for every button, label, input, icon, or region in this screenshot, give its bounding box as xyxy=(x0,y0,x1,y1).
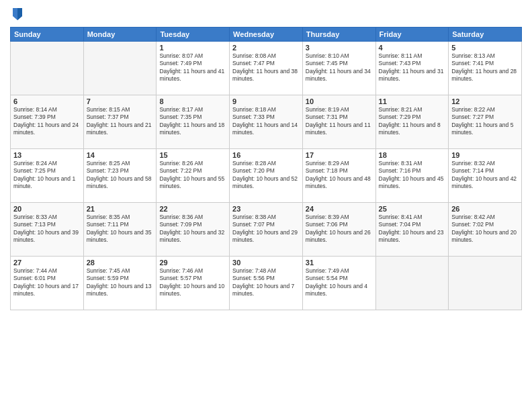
day-info: Sunrise: 8:14 AMSunset: 7:39 PMDaylight:… xyxy=(13,106,81,137)
day-cell: 7Sunrise: 8:15 AMSunset: 7:37 PMDaylight… xyxy=(83,95,157,149)
page: SundayMondayTuesdayWednesdayThursdayFrid… xyxy=(0,0,532,411)
day-number: 14 xyxy=(87,151,154,159)
day-info: Sunrise: 8:36 AMSunset: 7:09 PMDaylight:… xyxy=(159,214,226,244)
day-number: 12 xyxy=(451,97,519,105)
day-info: Sunrise: 8:35 AMSunset: 7:11 PMDaylight:… xyxy=(87,214,154,244)
day-info: Sunrise: 8:19 AMSunset: 7:31 PMDaylight:… xyxy=(306,106,373,137)
day-number: 22 xyxy=(159,205,226,213)
week-row-5: 27Sunrise: 7:44 AMSunset: 6:01 PMDayligh… xyxy=(11,257,522,310)
day-number: 6 xyxy=(13,97,81,105)
day-cell: 10Sunrise: 8:19 AMSunset: 7:31 PMDayligh… xyxy=(302,95,375,149)
day-number: 11 xyxy=(379,97,446,105)
day-info: Sunrise: 8:33 AMSunset: 7:13 PMDaylight:… xyxy=(13,214,81,244)
day-cell: 16Sunrise: 8:28 AMSunset: 7:20 PMDayligh… xyxy=(230,149,303,203)
weekday-header-row: SundayMondayTuesdayWednesdayThursdayFrid… xyxy=(11,28,522,42)
day-info: Sunrise: 7:44 AMSunset: 6:01 PMDaylight:… xyxy=(13,267,81,298)
day-info: Sunrise: 8:18 AMSunset: 7:33 PMDaylight:… xyxy=(232,106,300,137)
day-cell: 31Sunrise: 7:49 AMSunset: 5:54 PMDayligh… xyxy=(302,257,375,310)
day-info: Sunrise: 8:08 AMSunset: 7:47 PMDaylight:… xyxy=(232,52,300,83)
day-info: Sunrise: 8:42 AMSunset: 7:02 PMDaylight:… xyxy=(451,214,519,244)
weekday-header-tuesday: Tuesday xyxy=(157,28,230,42)
day-cell: 15Sunrise: 8:26 AMSunset: 7:22 PMDayligh… xyxy=(157,149,230,203)
day-info: Sunrise: 7:48 AMSunset: 5:56 PMDaylight:… xyxy=(232,267,300,298)
day-info: Sunrise: 8:29 AMSunset: 7:18 PMDaylight:… xyxy=(306,160,373,191)
day-number: 29 xyxy=(159,259,226,267)
day-cell: 12Sunrise: 8:22 AMSunset: 7:27 PMDayligh… xyxy=(449,95,522,149)
day-cell: 5Sunrise: 8:13 AMSunset: 7:41 PMDaylight… xyxy=(449,42,522,95)
day-info: Sunrise: 8:13 AMSunset: 7:41 PMDaylight:… xyxy=(451,52,519,83)
weekday-header-friday: Friday xyxy=(375,28,449,42)
day-cell: 24Sunrise: 8:39 AMSunset: 7:06 PMDayligh… xyxy=(302,203,375,257)
day-cell: 14Sunrise: 8:25 AMSunset: 7:23 PMDayligh… xyxy=(83,149,157,203)
day-cell: 6Sunrise: 8:14 AMSunset: 7:39 PMDaylight… xyxy=(11,95,84,149)
weekday-header-wednesday: Wednesday xyxy=(230,28,303,42)
day-info: Sunrise: 7:45 AMSunset: 5:59 PMDaylight:… xyxy=(87,267,154,298)
day-number: 19 xyxy=(451,151,519,159)
day-cell: 22Sunrise: 8:36 AMSunset: 7:09 PMDayligh… xyxy=(157,203,230,257)
weekday-header-saturday: Saturday xyxy=(449,28,522,42)
day-cell: 25Sunrise: 8:41 AMSunset: 7:04 PMDayligh… xyxy=(375,203,449,257)
logo-text xyxy=(10,7,24,21)
week-row-2: 6Sunrise: 8:14 AMSunset: 7:39 PMDaylight… xyxy=(11,95,522,149)
weekday-header-monday: Monday xyxy=(83,28,157,42)
day-cell: 2Sunrise: 8:08 AMSunset: 7:47 PMDaylight… xyxy=(230,42,303,95)
day-number: 20 xyxy=(13,205,81,213)
header xyxy=(10,7,522,21)
day-cell: 18Sunrise: 8:31 AMSunset: 7:16 PMDayligh… xyxy=(375,149,449,203)
day-cell: 20Sunrise: 8:33 AMSunset: 7:13 PMDayligh… xyxy=(11,203,84,257)
day-cell: 3Sunrise: 8:10 AMSunset: 7:45 PMDaylight… xyxy=(302,42,375,95)
day-number: 23 xyxy=(232,205,300,213)
day-cell: 17Sunrise: 8:29 AMSunset: 7:18 PMDayligh… xyxy=(302,149,375,203)
day-cell: 1Sunrise: 8:07 AMSunset: 7:49 PMDaylight… xyxy=(157,42,230,95)
day-info: Sunrise: 8:28 AMSunset: 7:20 PMDaylight:… xyxy=(232,160,300,191)
day-number: 10 xyxy=(306,97,373,105)
day-info: Sunrise: 8:25 AMSunset: 7:23 PMDaylight:… xyxy=(87,160,154,191)
day-number: 15 xyxy=(159,151,226,159)
day-number: 16 xyxy=(232,151,300,159)
day-cell xyxy=(83,42,157,95)
day-number: 2 xyxy=(232,44,300,52)
week-row-1: 1Sunrise: 8:07 AMSunset: 7:49 PMDaylight… xyxy=(11,42,522,95)
week-row-4: 20Sunrise: 8:33 AMSunset: 7:13 PMDayligh… xyxy=(11,203,522,257)
day-cell: 28Sunrise: 7:45 AMSunset: 5:59 PMDayligh… xyxy=(83,257,157,310)
day-info: Sunrise: 8:22 AMSunset: 7:27 PMDaylight:… xyxy=(451,106,519,137)
day-cell: 26Sunrise: 8:42 AMSunset: 7:02 PMDayligh… xyxy=(449,203,522,257)
svg-marker-1 xyxy=(17,8,22,20)
day-number: 4 xyxy=(379,44,446,52)
day-info: Sunrise: 8:11 AMSunset: 7:43 PMDaylight:… xyxy=(379,52,446,83)
day-cell: 23Sunrise: 8:38 AMSunset: 7:07 PMDayligh… xyxy=(230,203,303,257)
day-cell: 13Sunrise: 8:24 AMSunset: 7:25 PMDayligh… xyxy=(11,149,84,203)
day-number: 9 xyxy=(232,97,300,105)
day-number: 31 xyxy=(306,259,373,267)
day-info: Sunrise: 8:24 AMSunset: 7:25 PMDaylight:… xyxy=(13,160,81,191)
day-cell xyxy=(11,42,84,95)
day-cell: 27Sunrise: 7:44 AMSunset: 6:01 PMDayligh… xyxy=(11,257,84,310)
day-cell: 19Sunrise: 8:32 AMSunset: 7:14 PMDayligh… xyxy=(449,149,522,203)
day-info: Sunrise: 7:49 AMSunset: 5:54 PMDaylight:… xyxy=(306,267,373,298)
day-number: 1 xyxy=(159,44,226,52)
day-info: Sunrise: 8:10 AMSunset: 7:45 PMDaylight:… xyxy=(306,52,373,83)
day-number: 24 xyxy=(306,205,373,213)
weekday-header-sunday: Sunday xyxy=(11,28,84,42)
day-info: Sunrise: 8:26 AMSunset: 7:22 PMDaylight:… xyxy=(159,160,226,191)
day-number: 26 xyxy=(451,205,519,213)
day-info: Sunrise: 8:41 AMSunset: 7:04 PMDaylight:… xyxy=(379,214,446,244)
day-info: Sunrise: 7:46 AMSunset: 5:57 PMDaylight:… xyxy=(159,267,226,298)
calendar-table: SundayMondayTuesdayWednesdayThursdayFrid… xyxy=(10,27,522,310)
day-info: Sunrise: 8:31 AMSunset: 7:16 PMDaylight:… xyxy=(379,160,446,191)
logo xyxy=(10,7,24,21)
day-info: Sunrise: 8:32 AMSunset: 7:14 PMDaylight:… xyxy=(451,160,519,191)
day-number: 21 xyxy=(87,205,154,213)
day-info: Sunrise: 8:39 AMSunset: 7:06 PMDaylight:… xyxy=(306,214,373,244)
day-number: 8 xyxy=(159,97,226,105)
day-number: 27 xyxy=(13,259,81,267)
day-number: 18 xyxy=(379,151,446,159)
day-cell: 21Sunrise: 8:35 AMSunset: 7:11 PMDayligh… xyxy=(83,203,157,257)
day-cell: 8Sunrise: 8:17 AMSunset: 7:35 PMDaylight… xyxy=(157,95,230,149)
day-number: 5 xyxy=(451,44,519,52)
day-info: Sunrise: 8:21 AMSunset: 7:29 PMDaylight:… xyxy=(379,106,446,137)
day-cell: 9Sunrise: 8:18 AMSunset: 7:33 PMDaylight… xyxy=(230,95,303,149)
day-number: 25 xyxy=(379,205,446,213)
day-cell: 11Sunrise: 8:21 AMSunset: 7:29 PMDayligh… xyxy=(375,95,449,149)
day-number: 13 xyxy=(13,151,81,159)
